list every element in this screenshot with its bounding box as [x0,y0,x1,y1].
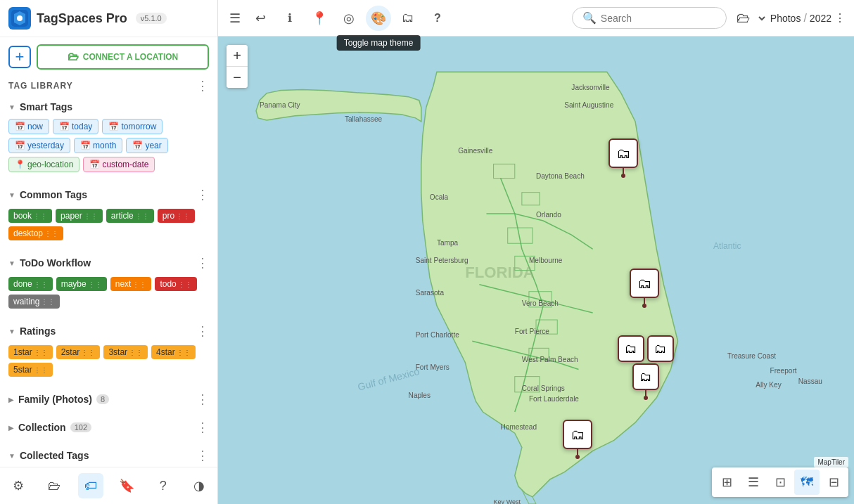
marker-pin-2 [644,298,645,304]
map-svg: Gulf of Mexico Atlantic Gainesville [218,37,854,504]
marker-cluster: 🗂 🗂 [618,335,674,362]
tag-now[interactable]: 📅 now [8,119,49,134]
breadcrumb-area: 🗁 Photos / 2022 ⋮ [737,8,846,28]
svg-text:Fort Myers: Fort Myers [416,363,450,371]
common-tags-container: book ⋮⋮ paper ⋮⋮ article ⋮⋮ pro ⋮⋮ deskt… [0,206,217,246]
collection-menu-button[interactable]: ⋮ [196,420,209,435]
tag-5star[interactable]: 5star ⋮⋮ [8,363,53,377]
folder-button[interactable]: 🗁 [42,473,67,498]
theme-toggle-button[interactable]: ◑ [186,473,212,498]
tag-today[interactable]: 📅 today [53,119,98,134]
common-tags-menu-button[interactable]: ⋮ [196,187,209,202]
list-view-button[interactable]: ☰ [741,470,766,495]
tag-book[interactable]: book ⋮⋮ [8,209,52,223]
collection-section: ▶ Collection 102 ⋮ [0,413,217,441]
hamburger-button[interactable]: ☰ [227,8,243,29]
tag-geo-location[interactable]: 📍 geo-location [8,157,79,172]
collection-header[interactable]: ▶ Collection 102 ⋮ [0,416,217,439]
collected-tags-menu-button[interactable]: ⋮ [196,448,209,463]
tag-desktop[interactable]: desktop ⋮⋮ [8,226,63,240]
help-button[interactable]: ? [151,473,176,498]
common-tags-section: ▼ Common Tags ⋮ book ⋮⋮ paper ⋮⋮ article… [0,181,217,249]
family-menu-button[interactable]: ⋮ [196,392,209,407]
todo-workflow-section: ▼ ToDo Workflow ⋮ done ⋮⋮ maybe ⋮⋮ next … [0,249,217,317]
svg-text:Freeport: Freeport [770,367,797,375]
tag-3star[interactable]: 3star ⋮⋮ [103,345,148,359]
search-input[interactable] [601,13,716,24]
tag-1star[interactable]: 1star ⋮⋮ [8,345,53,359]
marker-body-1: 🗂 [608,138,638,168]
tag-month[interactable]: 📅 month [74,138,122,153]
family-photos-header[interactable]: ▶ Family (Photos) 8 ⋮ [0,388,217,411]
tag-waiting[interactable]: waiting ⋮⋮ [8,295,60,309]
add-location-button[interactable]: + [8,46,31,68]
open-folder-button[interactable]: 🗂 [395,6,421,31]
map-marker-3[interactable]: 🗂 🗂 🗂 [618,335,674,400]
map-marker-1[interactable]: 🗂 [608,138,638,178]
map-zoom-controls: + − [227,45,248,88]
help-button-topbar[interactable]: ? [425,6,450,31]
ratings-menu-button[interactable]: ⋮ [196,323,209,339]
connect-location-button[interactable]: 🗁 CONNECT A LOCATION [37,44,209,70]
my-location-button[interactable]: ◎ [336,6,362,31]
svg-text:Ocala: Ocala [430,193,449,201]
ratings-header[interactable]: ▼ Ratings ⋮ [0,320,217,342]
ratings-section: ▼ Ratings ⋮ 1star ⋮⋮ 2star ⋮⋮ 3star ⋮⋮ 4… [0,317,217,385]
svg-text:Key West: Key West [494,498,521,504]
breadcrumb-folder-dropdown[interactable] [753,8,767,28]
calendar-icon: 📅 [132,141,143,150]
svg-text:Gainesville: Gainesville [458,147,493,155]
todo-tags-container: done ⋮⋮ maybe ⋮⋮ next ⋮⋮ todo ⋮⋮ waiting… [0,274,217,314]
map-container[interactable]: Gulf of Mexico Atlantic Gainesville [218,37,854,504]
svg-text:West Palm Beach: West Palm Beach [522,356,578,363]
tag-custom-date[interactable]: 📅 custom-date [83,157,155,172]
grid-view-button[interactable]: ⊞ [714,470,739,495]
tag-pro[interactable]: pro ⋮⋮ [158,209,195,223]
back-button[interactable]: ↩ [248,6,273,31]
map-marker-5[interactable]: 🗂 [563,420,592,459]
tag-done[interactable]: done ⋮⋮ [8,277,53,291]
map-view-button[interactable]: 🗺 [794,470,820,495]
tag-todo[interactable]: todo ⋮⋮ [155,277,196,291]
collected-tags-header[interactable]: ▼ Collected Tags ⋮ [0,444,217,467]
settings-button[interactable]: ⚙ [6,473,31,498]
todo-menu-button[interactable]: ⋮ [196,255,209,271]
tag-2star[interactable]: 2star ⋮⋮ [56,345,101,359]
smart-tags-header[interactable]: ▼ Smart Tags [0,98,217,116]
tag-library-menu-button[interactable]: ⋮ [196,79,209,92]
svg-text:FLORIDA: FLORIDA [465,264,534,281]
media-view-button[interactable]: ⊡ [767,470,793,495]
kanban-view-button[interactable]: ⊟ [821,470,846,495]
map-marker-2[interactable]: 🗂 [630,269,659,308]
zoom-in-button[interactable]: + [227,45,248,66]
tags-button[interactable]: 🏷 [78,473,103,498]
collected-tags-title: Collected Tags [20,450,89,461]
marker-pin-3 [645,390,646,396]
tag-yesterday[interactable]: 📅 yesterday [8,138,70,153]
tag-year[interactable]: 📅 year [126,138,167,153]
bookmark-button[interactable]: 🔖 [114,473,139,498]
topbar: ☰ ↩ ℹ 📍 ◎ 🎨 Toggle map theme 🗂 ? 🔍 🗁 Pho… [218,0,854,37]
tag-paper[interactable]: paper ⋮⋮ [56,209,103,223]
todo-workflow-header[interactable]: ▼ ToDo Workflow ⋮ [0,252,217,274]
connect-button-label: CONNECT A LOCATION [83,52,179,62]
tag-next[interactable]: next ⋮⋮ [110,277,152,291]
info-button[interactable]: ℹ [277,6,302,31]
common-tags-header[interactable]: ▼ Common Tags ⋮ [0,183,217,206]
tag-4star[interactable]: 4star ⋮⋮ [151,345,196,359]
collection-title: Collection [18,422,66,433]
breadcrumb-more-button[interactable]: ⋮ [834,11,846,25]
zoom-out-button[interactable]: − [227,67,248,88]
toggle-theme-button[interactable]: 🎨 [366,6,391,31]
marker-body-5: 🗂 [563,420,592,449]
add-geo-point-button[interactable]: 📍 [307,6,332,31]
tag-article[interactable]: article ⋮⋮ [106,209,154,223]
svg-text:Naples: Naples [409,392,431,399]
drag-handle: ⋮⋮ [81,349,95,356]
app-version: v5.1.0 [136,13,167,24]
tag-tomorrow[interactable]: 📅 tomorrow [102,119,162,134]
svg-text:Port Charlotte: Port Charlotte [416,331,459,339]
svg-text:Coral Springs: Coral Springs [522,385,565,392]
collection-chevron: ▶ [8,424,14,432]
tag-maybe[interactable]: maybe ⋮⋮ [56,277,107,291]
